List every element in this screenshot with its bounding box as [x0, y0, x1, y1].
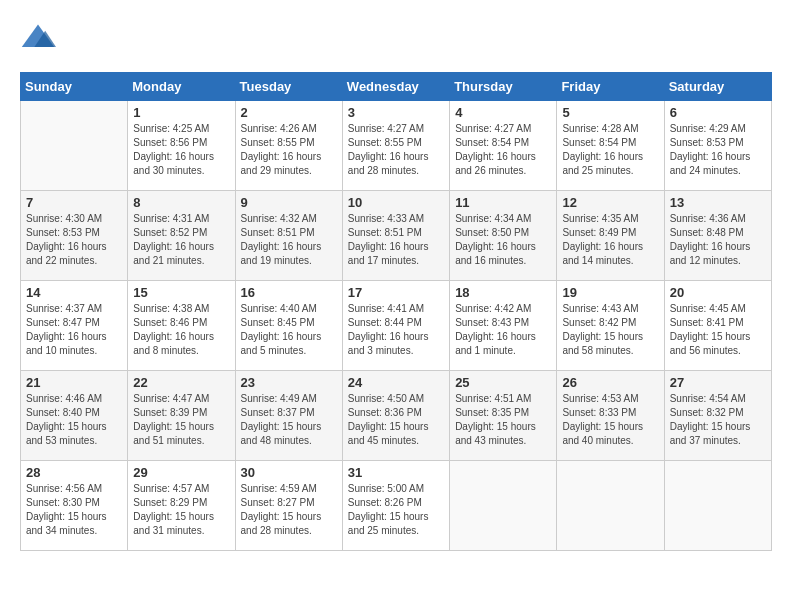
day-number: 12	[562, 195, 658, 210]
cell-2-3: 17 Sunrise: 4:41 AMSunset: 8:44 PMDaylig…	[342, 281, 449, 371]
day-number: 19	[562, 285, 658, 300]
cell-1-1: 8 Sunrise: 4:31 AMSunset: 8:52 PMDayligh…	[128, 191, 235, 281]
week-row-2: 7 Sunrise: 4:30 AMSunset: 8:53 PMDayligh…	[21, 191, 772, 281]
cell-info: Sunrise: 4:33 AMSunset: 8:51 PMDaylight:…	[348, 213, 429, 266]
day-number: 15	[133, 285, 229, 300]
header-tuesday: Tuesday	[235, 73, 342, 101]
header-sunday: Sunday	[21, 73, 128, 101]
cell-info: Sunrise: 4:31 AMSunset: 8:52 PMDaylight:…	[133, 213, 214, 266]
day-number: 5	[562, 105, 658, 120]
day-number: 29	[133, 465, 229, 480]
day-number: 13	[670, 195, 766, 210]
cell-info: Sunrise: 4:49 AMSunset: 8:37 PMDaylight:…	[241, 393, 322, 446]
cell-info: Sunrise: 4:42 AMSunset: 8:43 PMDaylight:…	[455, 303, 536, 356]
cell-info: Sunrise: 4:38 AMSunset: 8:46 PMDaylight:…	[133, 303, 214, 356]
calendar-header-row: SundayMondayTuesdayWednesdayThursdayFrid…	[21, 73, 772, 101]
cell-1-0: 7 Sunrise: 4:30 AMSunset: 8:53 PMDayligh…	[21, 191, 128, 281]
cell-4-2: 30 Sunrise: 4:59 AMSunset: 8:27 PMDaylig…	[235, 461, 342, 551]
cell-3-4: 25 Sunrise: 4:51 AMSunset: 8:35 PMDaylig…	[450, 371, 557, 461]
cell-0-3: 3 Sunrise: 4:27 AMSunset: 8:55 PMDayligh…	[342, 101, 449, 191]
cell-3-3: 24 Sunrise: 4:50 AMSunset: 8:36 PMDaylig…	[342, 371, 449, 461]
day-number: 10	[348, 195, 444, 210]
cell-info: Sunrise: 4:59 AMSunset: 8:27 PMDaylight:…	[241, 483, 322, 536]
cell-info: Sunrise: 4:57 AMSunset: 8:29 PMDaylight:…	[133, 483, 214, 536]
day-number: 21	[26, 375, 122, 390]
cell-0-2: 2 Sunrise: 4:26 AMSunset: 8:55 PMDayligh…	[235, 101, 342, 191]
day-number: 8	[133, 195, 229, 210]
cell-1-3: 10 Sunrise: 4:33 AMSunset: 8:51 PMDaylig…	[342, 191, 449, 281]
cell-info: Sunrise: 4:26 AMSunset: 8:55 PMDaylight:…	[241, 123, 322, 176]
cell-0-0	[21, 101, 128, 191]
week-row-4: 21 Sunrise: 4:46 AMSunset: 8:40 PMDaylig…	[21, 371, 772, 461]
day-number: 18	[455, 285, 551, 300]
cell-0-6: 6 Sunrise: 4:29 AMSunset: 8:53 PMDayligh…	[664, 101, 771, 191]
day-number: 1	[133, 105, 229, 120]
cell-info: Sunrise: 4:35 AMSunset: 8:49 PMDaylight:…	[562, 213, 643, 266]
day-number: 31	[348, 465, 444, 480]
logo-icon	[20, 20, 56, 56]
cell-2-5: 19 Sunrise: 4:43 AMSunset: 8:42 PMDaylig…	[557, 281, 664, 371]
cell-0-4: 4 Sunrise: 4:27 AMSunset: 8:54 PMDayligh…	[450, 101, 557, 191]
day-number: 11	[455, 195, 551, 210]
cell-info: Sunrise: 4:53 AMSunset: 8:33 PMDaylight:…	[562, 393, 643, 446]
cell-info: Sunrise: 4:43 AMSunset: 8:42 PMDaylight:…	[562, 303, 643, 356]
cell-3-0: 21 Sunrise: 4:46 AMSunset: 8:40 PMDaylig…	[21, 371, 128, 461]
day-number: 4	[455, 105, 551, 120]
cell-2-6: 20 Sunrise: 4:45 AMSunset: 8:41 PMDaylig…	[664, 281, 771, 371]
day-number: 27	[670, 375, 766, 390]
cell-2-1: 15 Sunrise: 4:38 AMSunset: 8:46 PMDaylig…	[128, 281, 235, 371]
day-number: 7	[26, 195, 122, 210]
cell-4-0: 28 Sunrise: 4:56 AMSunset: 8:30 PMDaylig…	[21, 461, 128, 551]
cell-info: Sunrise: 4:37 AMSunset: 8:47 PMDaylight:…	[26, 303, 107, 356]
day-number: 20	[670, 285, 766, 300]
cell-2-4: 18 Sunrise: 4:42 AMSunset: 8:43 PMDaylig…	[450, 281, 557, 371]
cell-2-2: 16 Sunrise: 4:40 AMSunset: 8:45 PMDaylig…	[235, 281, 342, 371]
cell-info: Sunrise: 5:00 AMSunset: 8:26 PMDaylight:…	[348, 483, 429, 536]
week-row-3: 14 Sunrise: 4:37 AMSunset: 8:47 PMDaylig…	[21, 281, 772, 371]
logo	[20, 20, 60, 56]
day-number: 22	[133, 375, 229, 390]
day-number: 26	[562, 375, 658, 390]
cell-4-4	[450, 461, 557, 551]
week-row-5: 28 Sunrise: 4:56 AMSunset: 8:30 PMDaylig…	[21, 461, 772, 551]
cell-4-5	[557, 461, 664, 551]
cell-info: Sunrise: 4:56 AMSunset: 8:30 PMDaylight:…	[26, 483, 107, 536]
day-number: 14	[26, 285, 122, 300]
day-number: 16	[241, 285, 337, 300]
cell-1-2: 9 Sunrise: 4:32 AMSunset: 8:51 PMDayligh…	[235, 191, 342, 281]
cell-info: Sunrise: 4:34 AMSunset: 8:50 PMDaylight:…	[455, 213, 536, 266]
cell-info: Sunrise: 4:27 AMSunset: 8:55 PMDaylight:…	[348, 123, 429, 176]
day-number: 23	[241, 375, 337, 390]
cell-0-5: 5 Sunrise: 4:28 AMSunset: 8:54 PMDayligh…	[557, 101, 664, 191]
header-friday: Friday	[557, 73, 664, 101]
cell-info: Sunrise: 4:50 AMSunset: 8:36 PMDaylight:…	[348, 393, 429, 446]
cell-info: Sunrise: 4:45 AMSunset: 8:41 PMDaylight:…	[670, 303, 751, 356]
day-number: 24	[348, 375, 444, 390]
day-number: 9	[241, 195, 337, 210]
cell-info: Sunrise: 4:51 AMSunset: 8:35 PMDaylight:…	[455, 393, 536, 446]
cell-info: Sunrise: 4:25 AMSunset: 8:56 PMDaylight:…	[133, 123, 214, 176]
cell-info: Sunrise: 4:54 AMSunset: 8:32 PMDaylight:…	[670, 393, 751, 446]
day-number: 6	[670, 105, 766, 120]
cell-1-6: 13 Sunrise: 4:36 AMSunset: 8:48 PMDaylig…	[664, 191, 771, 281]
cell-info: Sunrise: 4:32 AMSunset: 8:51 PMDaylight:…	[241, 213, 322, 266]
day-number: 3	[348, 105, 444, 120]
cell-3-6: 27 Sunrise: 4:54 AMSunset: 8:32 PMDaylig…	[664, 371, 771, 461]
day-number: 30	[241, 465, 337, 480]
cell-info: Sunrise: 4:27 AMSunset: 8:54 PMDaylight:…	[455, 123, 536, 176]
header-monday: Monday	[128, 73, 235, 101]
cell-3-2: 23 Sunrise: 4:49 AMSunset: 8:37 PMDaylig…	[235, 371, 342, 461]
day-number: 2	[241, 105, 337, 120]
cell-4-1: 29 Sunrise: 4:57 AMSunset: 8:29 PMDaylig…	[128, 461, 235, 551]
cell-1-5: 12 Sunrise: 4:35 AMSunset: 8:49 PMDaylig…	[557, 191, 664, 281]
cell-1-4: 11 Sunrise: 4:34 AMSunset: 8:50 PMDaylig…	[450, 191, 557, 281]
cell-info: Sunrise: 4:30 AMSunset: 8:53 PMDaylight:…	[26, 213, 107, 266]
day-number: 25	[455, 375, 551, 390]
cell-info: Sunrise: 4:47 AMSunset: 8:39 PMDaylight:…	[133, 393, 214, 446]
cell-info: Sunrise: 4:29 AMSunset: 8:53 PMDaylight:…	[670, 123, 751, 176]
cell-4-3: 31 Sunrise: 5:00 AMSunset: 8:26 PMDaylig…	[342, 461, 449, 551]
cell-3-1: 22 Sunrise: 4:47 AMSunset: 8:39 PMDaylig…	[128, 371, 235, 461]
page-header	[20, 20, 772, 56]
week-row-1: 1 Sunrise: 4:25 AMSunset: 8:56 PMDayligh…	[21, 101, 772, 191]
calendar-table: SundayMondayTuesdayWednesdayThursdayFrid…	[20, 72, 772, 551]
